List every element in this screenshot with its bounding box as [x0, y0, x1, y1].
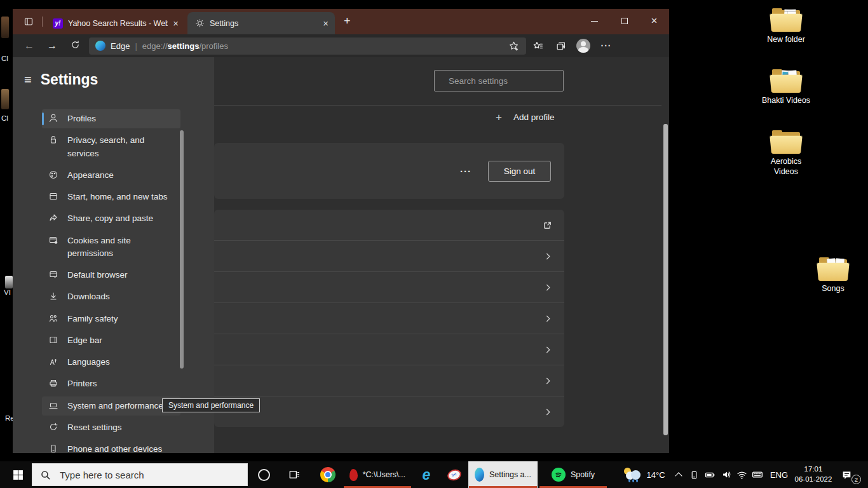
add-profile-button[interactable]: + Add profile: [496, 112, 554, 123]
settings-row[interactable]: [214, 396, 564, 427]
sidebar-item-family-safety[interactable]: Family safety: [42, 309, 180, 329]
settings-row[interactable]: [214, 365, 564, 396]
sidebar-item-downloads[interactable]: Downloads: [42, 287, 180, 306]
tray-battery[interactable]: [702, 461, 718, 488]
tray-language[interactable]: ENG: [766, 461, 792, 488]
desktop-icon-fragment[interactable]: [1, 17, 9, 38]
sidebar-item-share-copy-paste[interactable]: Share, copy and paste: [42, 209, 180, 228]
open-external-icon: [542, 220, 553, 231]
sidebar-item-default-browser[interactable]: Default browser: [42, 266, 180, 285]
settings-page: ≡ Settings Profiles Privacy, search, and…: [13, 57, 669, 453]
chevron-right-icon: [543, 345, 553, 355]
page-scrollbar[interactable]: [663, 124, 668, 435]
settings-row[interactable]: [214, 210, 564, 240]
notification-icon: [841, 470, 852, 480]
tray-wifi[interactable]: [733, 461, 750, 488]
forward-button[interactable]: →: [41, 40, 64, 51]
window-caption-buttons: ×: [580, 9, 669, 33]
sidebar-item-edge-bar[interactable]: Edge bar: [42, 331, 180, 350]
new-tab-button[interactable]: +: [344, 15, 351, 27]
tray-phone[interactable]: [686, 461, 702, 488]
sidebar-item-cookies-permissions[interactable]: Cookies and site permissions: [42, 231, 180, 264]
cortana-button[interactable]: [253, 461, 275, 488]
settings-row[interactable]: [214, 302, 564, 334]
tab-settings[interactable]: Settings ×: [187, 12, 335, 34]
tab-yahoo-search[interactable]: y! Yahoo Search Results - Web Sear ×: [45, 12, 185, 34]
layout-icon: [48, 191, 58, 201]
chevron-right-icon: [543, 314, 553, 323]
wifi-icon: [736, 470, 747, 480]
sign-out-button[interactable]: Sign out: [488, 161, 551, 182]
taskbar-app-spotify[interactable]: Spotify: [539, 461, 607, 488]
back-button[interactable]: ←: [18, 40, 41, 51]
battery-icon: [705, 470, 715, 480]
sidebar-item-system-performance[interactable]: System and performance: [42, 396, 180, 416]
chevron-up-icon: [675, 472, 682, 479]
desktop-icon-fragment[interactable]: [1, 89, 9, 109]
desktop-folder-new-folder[interactable]: New folder: [757, 8, 815, 45]
tray-volume[interactable]: [718, 461, 735, 488]
page-title: Settings: [41, 71, 98, 88]
settings-row[interactable]: [214, 271, 564, 302]
desktop-folder-aerobics-videos[interactable]: Aerobics Videos: [757, 130, 815, 177]
sidebar-item-start-home-new-tabs[interactable]: Start, home, and new tabs: [42, 187, 180, 207]
search-icon: [40, 470, 51, 480]
action-center-button[interactable]: 2: [837, 461, 855, 488]
maximize-button[interactable]: [609, 9, 639, 33]
taskbar-search-box[interactable]: [32, 463, 248, 486]
collections-icon[interactable]: [549, 37, 572, 55]
profile-avatar-icon[interactable]: [572, 37, 595, 55]
tray-touch-keyboard[interactable]: [749, 461, 766, 488]
taskbar-search-input[interactable]: [58, 469, 240, 481]
tab-close-icon[interactable]: ×: [173, 18, 179, 28]
settings-search-box[interactable]: [434, 70, 564, 92]
tab-actions-button[interactable]: [20, 13, 37, 30]
desktop-icon-label: VI: [4, 288, 11, 296]
favorites-icon[interactable]: [526, 37, 549, 55]
taskbar-app-label: Spotify: [571, 470, 595, 479]
desktop-folder-songs[interactable]: Songs: [804, 257, 862, 294]
taskbar-app-irfanview[interactable]: *C:\Users\...: [343, 461, 412, 488]
desktop-icon-fragment[interactable]: [5, 276, 13, 288]
tray-show-hidden-icons[interactable]: [671, 461, 686, 488]
tab-close-icon[interactable]: ×: [323, 18, 329, 28]
taskbar-app-internet-explorer[interactable]: e: [413, 461, 440, 488]
chevron-right-icon: [543, 252, 553, 261]
settings-search-input[interactable]: [447, 76, 562, 86]
refresh-button[interactable]: [64, 40, 86, 52]
chrome-icon: [320, 467, 336, 482]
desktop-folder-bhakti-videos[interactable]: Bhakti Videos: [757, 69, 815, 106]
hamburger-menu-icon[interactable]: ≡: [24, 72, 32, 87]
close-button[interactable]: ×: [639, 9, 669, 33]
desktop-icon-label: Cl: [1, 55, 8, 62]
sidebar-item-printers[interactable]: Printers: [42, 374, 180, 393]
taskbar-app-edge-settings[interactable]: Settings a...: [468, 461, 538, 488]
sidebar-item-languages[interactable]: Languages: [42, 353, 180, 372]
add-favorite-icon[interactable]: [502, 37, 525, 55]
taskbar-app-chrome[interactable]: [314, 461, 342, 488]
start-button[interactable]: [5, 461, 31, 488]
sidebar-item-phone-devices[interactable]: Phone and other devices: [42, 440, 180, 453]
edge-logo-icon: [95, 41, 105, 51]
browser-menu-icon[interactable]: ···: [595, 37, 618, 55]
tray-clock[interactable]: 17:01 06-01-2022: [792, 461, 835, 488]
gear-icon: [195, 18, 205, 28]
address-bar[interactable]: Edge | edge://settings/profiles: [89, 37, 526, 55]
sidebar-item-reset-settings[interactable]: Reset settings: [42, 418, 180, 437]
share-icon: [48, 213, 58, 223]
keyboard-icon: [752, 469, 763, 480]
phone-tray-icon: [689, 470, 699, 480]
settings-row[interactable]: [214, 240, 564, 271]
weather-icon: [623, 467, 641, 482]
settings-row[interactable]: [214, 334, 564, 365]
sidebar-item-profiles[interactable]: Profiles: [42, 109, 180, 128]
taskbar-app-snipping-tool[interactable]: ✂: [441, 461, 468, 488]
profile-more-button[interactable]: ···: [460, 166, 471, 177]
sidebar-item-appearance[interactable]: Appearance: [42, 166, 180, 185]
taskbar-weather[interactable]: 14°C: [620, 461, 668, 488]
minimize-button[interactable]: [580, 9, 609, 33]
sidebar-item-privacy[interactable]: Privacy, search, and services: [42, 131, 180, 163]
sidebar-scrollbar[interactable]: [180, 130, 184, 369]
task-view-button[interactable]: [283, 461, 305, 488]
chevron-right-icon: [543, 376, 553, 386]
